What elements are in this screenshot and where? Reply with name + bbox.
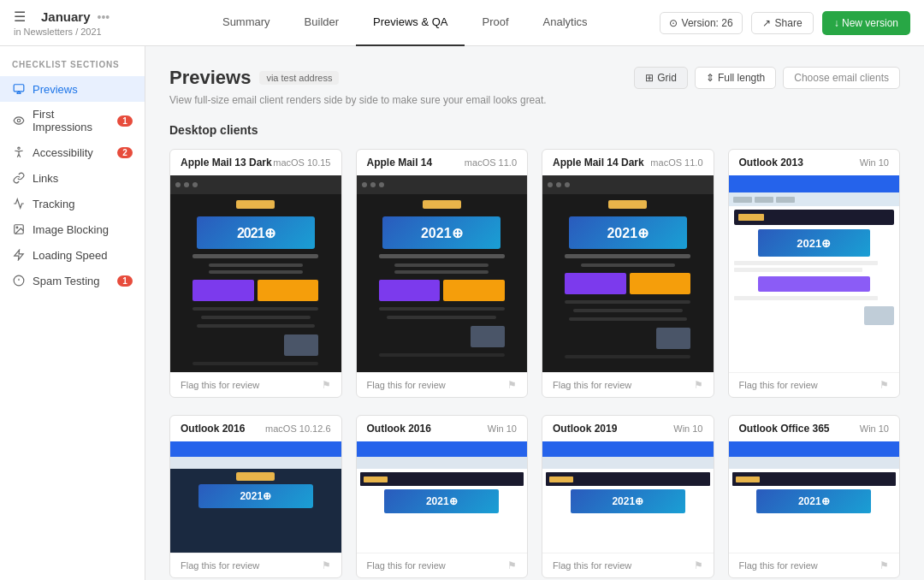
full-length-button[interactable]: ⇕ Full length <box>695 67 776 89</box>
sidebar-label-tracking: Tracking <box>33 198 133 210</box>
client-name: Apple Mail 14 Dark <box>553 157 644 169</box>
sidebar-item-links[interactable]: Links <box>0 165 145 191</box>
flag-icon[interactable]: ⚑ <box>694 559 703 571</box>
tab-summary[interactable]: Summary <box>205 0 287 46</box>
version-icon: ⊙ <box>669 17 678 29</box>
card-footer: Flag this for review ⚑ <box>729 372 900 397</box>
sidebar-section-title: CHECKLIST SECTIONS <box>0 60 145 76</box>
flag-label: Flag this for review <box>181 560 259 571</box>
sidebar-item-first-impressions[interactable]: First Impressions 1 <box>0 102 145 139</box>
flag-icon[interactable]: ⚑ <box>880 379 889 391</box>
first-impressions-badge: 1 <box>117 115 133 127</box>
tracking-icon <box>12 197 26 210</box>
tab-analytics[interactable]: Analytics <box>526 0 605 46</box>
client-os: Win 10 <box>860 157 889 168</box>
main-content: Previews via test address ⊞ Grid ⇕ Full … <box>145 46 924 580</box>
new-version-button[interactable]: ↓ New version <box>822 11 910 35</box>
sidebar-label-accessibility: Accessibility <box>33 146 110 159</box>
client-name: Outlook 2013 <box>739 157 803 169</box>
flag-icon[interactable]: ⚑ <box>880 559 889 571</box>
card-footer: Flag this for review ⚑ <box>170 553 341 577</box>
sidebar-item-image-blocking[interactable]: Image Blocking <box>0 216 145 242</box>
eye-icon <box>12 114 26 127</box>
page-subtitle: View full-size email client renders side… <box>169 94 900 106</box>
card-footer: Flag this for review ⚑ <box>729 553 900 577</box>
flag-label: Flag this for review <box>553 380 631 390</box>
spam-icon <box>12 274 26 287</box>
tab-proof[interactable]: Proof <box>465 0 525 46</box>
client-os: Win 10 <box>673 423 702 434</box>
share-button[interactable]: ↗ Share <box>751 12 814 34</box>
client-os: Win 10 <box>860 423 889 434</box>
tab-previews[interactable]: Previews & QA <box>356 0 465 46</box>
card-header: Apple Mail 13 Dark macOS 10.15 <box>170 150 341 175</box>
version-button[interactable]: ⊙ Version: 26 <box>660 12 743 34</box>
flag-label: Flag this for review <box>739 380 818 390</box>
card-header: Apple Mail 14 Dark macOS 11.0 <box>542 150 714 175</box>
breadcrumb: in Newsletters / 2021 <box>14 27 151 37</box>
page-title-row: Previews via test address <box>169 67 339 89</box>
sidebar-label-links: Links <box>33 172 133 185</box>
speed-icon <box>12 248 26 262</box>
grid-label: Grid <box>657 72 677 84</box>
sidebar-item-previews[interactable]: Previews <box>0 76 145 102</box>
email-preview-light[interactable]: 2021⊕ <box>729 175 900 372</box>
flag-icon[interactable]: ⚑ <box>322 379 331 391</box>
email-card-outlook-2016-win: Outlook 2016 Win 10 2021⊕ Flag this for … <box>356 415 529 578</box>
top-bar: ☰ January ••• in Newsletters / 2021 Summ… <box>0 0 924 46</box>
sidebar: CHECKLIST SECTIONS Previews First Impres… <box>0 46 145 580</box>
email-preview-dark[interactable]: 2021⊕ <box>542 175 714 372</box>
svg-rect-0 <box>14 85 24 92</box>
flag-icon[interactable]: ⚑ <box>694 379 703 391</box>
client-name: Outlook 2016 <box>181 423 245 435</box>
email-preview-outlook-365[interactable]: 2021⊕ <box>729 441 900 553</box>
svg-point-3 <box>18 147 20 149</box>
title-menu-icon[interactable]: ••• <box>98 10 110 24</box>
sidebar-item-accessibility[interactable]: Accessibility 2 <box>0 139 145 165</box>
email-preview-outlook-mac[interactable]: 2021⊕ <box>170 441 341 553</box>
image-icon <box>12 222 26 236</box>
email-preview-dark[interactable]: 2021⊕ <box>357 175 528 372</box>
tab-builder[interactable]: Builder <box>287 0 356 46</box>
email-preview-outlook-win[interactable]: 2021⊕ <box>357 441 528 553</box>
client-name: Apple Mail 13 Dark <box>181 157 272 169</box>
sidebar-item-loading-speed[interactable]: Loading Speed <box>0 242 145 268</box>
client-os: macOS 10.12.6 <box>265 423 330 434</box>
card-footer: Flag this for review ⚑ <box>542 553 714 577</box>
client-os: macOS 11.0 <box>650 157 702 168</box>
email-card-outlook-2013: Outlook 2013 Win 10 <box>728 149 901 398</box>
app-title-section: ☰ January ••• in Newsletters / 2021 <box>14 9 151 37</box>
sidebar-item-spam-testing[interactable]: Spam Testing 1 <box>0 268 145 293</box>
email-card-apple-mail-13-dark: Apple Mail 13 Dark macOS 10.15 2021⊕ <box>169 149 342 398</box>
card-footer: Flag this for review ⚑ <box>542 372 714 397</box>
spam-testing-badge: 1 <box>117 275 133 287</box>
hamburger-icon[interactable]: ☰ <box>14 9 26 25</box>
accessibility-icon <box>12 145 26 159</box>
sidebar-item-tracking[interactable]: Tracking <box>0 191 145 216</box>
client-os: macOS 10.15 <box>273 157 330 168</box>
email-preview-dark[interactable]: 2021⊕ <box>170 175 341 372</box>
client-name: Outlook Office 365 <box>739 423 830 435</box>
main-layout: CHECKLIST SECTIONS Previews First Impres… <box>0 46 924 580</box>
email-preview-outlook-2019[interactable]: 2021⊕ <box>542 441 714 553</box>
flag-label: Flag this for review <box>367 560 446 571</box>
client-name: Apple Mail 14 <box>367 157 433 169</box>
flag-icon[interactable]: ⚑ <box>507 379 517 391</box>
svg-point-5 <box>16 227 18 228</box>
client-name: Outlook 2016 <box>367 423 431 435</box>
card-header: Outlook 2016 Win 10 <box>357 416 528 441</box>
flag-icon[interactable]: ⚑ <box>322 559 331 571</box>
card-footer: Flag this for review ⚑ <box>357 372 528 397</box>
card-header: Outlook 2019 Win 10 <box>542 416 714 441</box>
accessibility-badge: 2 <box>117 147 133 158</box>
client-os: macOS 11.0 <box>465 157 517 168</box>
client-name: Outlook 2019 <box>553 423 617 435</box>
choose-email-clients-button[interactable]: Choose email clients <box>783 67 900 89</box>
card-footer: Flag this for review ⚑ <box>170 372 341 397</box>
page-title: Previews <box>169 67 251 89</box>
via-badge: via test address <box>259 71 339 85</box>
grid-view-button[interactable]: ⊞ Grid <box>634 67 688 89</box>
flag-icon[interactable]: ⚑ <box>507 559 517 571</box>
top-bar-actions: ⊙ Version: 26 ↗ Share ↓ New version <box>660 11 910 35</box>
flag-label: Flag this for review <box>367 380 446 390</box>
